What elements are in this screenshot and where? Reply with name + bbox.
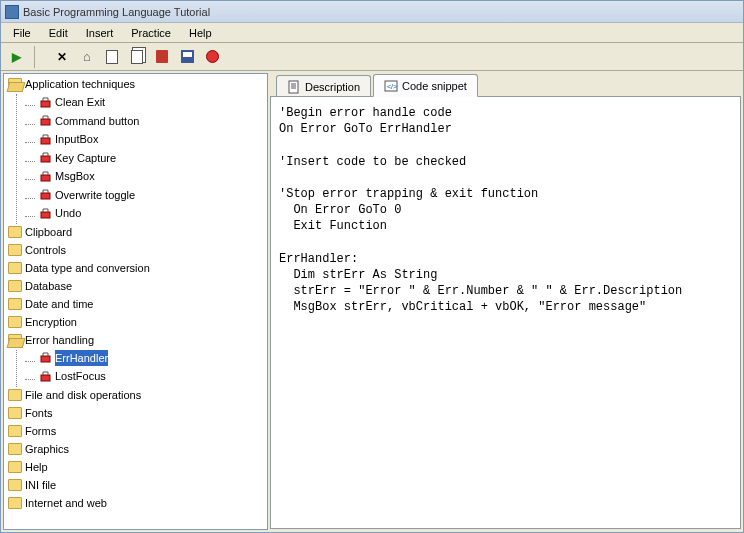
leaf-icon [39,188,52,201]
folder-icon [8,497,22,509]
tree-item-errhandler[interactable]: ErrHandler [37,350,110,366]
tree-item-inputbox[interactable]: InputBox [37,131,100,147]
code-icon: </> [384,79,398,93]
window-titlebar: Basic Programming Language Tutorial [1,1,743,23]
svg-rect-6 [41,212,50,218]
tab-description[interactable]: Description [276,75,371,97]
tree-folder-data-type[interactable]: Data type and conversion [6,260,152,276]
tree-selected-label: ErrHandler [55,350,108,366]
tree-item-overwrite-toggle[interactable]: Overwrite toggle [37,187,137,203]
tree-folder-ini-file[interactable]: INI file [6,477,58,493]
folder-icon [8,443,22,455]
svg-rect-3 [41,156,50,162]
stop-button[interactable] [201,46,223,68]
content-panel: Description </> Code snippet 'Begin erro… [270,73,741,530]
menu-practice[interactable]: Practice [123,25,179,41]
tab-strip: Description </> Code snippet [270,73,741,97]
menu-insert[interactable]: Insert [78,25,122,41]
svg-rect-1 [41,119,50,125]
folder-open-icon [8,78,22,90]
leaf-icon [39,133,52,146]
svg-rect-5 [41,193,50,199]
folder-icon [8,316,22,328]
tree-folder-clipboard[interactable]: Clipboard [6,224,74,240]
folder-icon [8,280,22,292]
tree-folder-database[interactable]: Database [6,278,74,294]
tree-folder-fonts[interactable]: Fonts [6,405,55,421]
new-doc-button[interactable] [101,46,123,68]
folder-icon [8,262,22,274]
run-button[interactable]: ▶ [5,46,27,68]
menu-file[interactable]: File [5,25,39,41]
tree-root[interactable]: Application techniques [6,76,137,92]
delete-button[interactable]: ✕ [51,46,73,68]
tab-code-snippet[interactable]: </> Code snippet [373,74,478,97]
tree-item-lostfocus[interactable]: LostFocus [37,368,108,384]
menu-edit[interactable]: Edit [41,25,76,41]
menu-bar: File Edit Insert Practice Help [1,23,743,43]
folder-icon [8,407,22,419]
code-viewer[interactable]: 'Begin error handle code On Error GoTo E… [270,96,741,529]
window-title: Basic Programming Language Tutorial [23,6,210,18]
folder-icon [8,461,22,473]
toolbar-separator [34,46,44,68]
tree-root-label: Application techniques [25,76,135,92]
tree-item-command-button[interactable]: Command button [37,113,141,129]
svg-rect-4 [41,175,50,181]
svg-text:</>: </> [387,83,397,90]
leaf-icon [39,114,52,127]
svg-rect-8 [41,375,50,381]
folder-icon [8,479,22,491]
leaf-icon [39,351,52,364]
folder-open-icon [8,334,22,346]
tree-folder-graphics[interactable]: Graphics [6,441,71,457]
main-area: Application techniques Clean Exit Comman… [1,71,743,532]
tree-folder-help[interactable]: Help [6,459,50,475]
app-icon [5,5,19,19]
folder-icon [8,226,22,238]
toolbar: ▶ ✕ ⌂ [1,43,743,71]
home-button[interactable]: ⌂ [76,46,98,68]
leaf-icon [39,207,52,220]
menu-help[interactable]: Help [181,25,220,41]
svg-rect-2 [41,138,50,144]
tree-folder-encryption[interactable]: Encryption [6,314,79,330]
tree-panel[interactable]: Application techniques Clean Exit Comman… [3,73,268,530]
svg-rect-0 [41,101,50,107]
book-button[interactable] [151,46,173,68]
leaf-icon [39,370,52,383]
tree-item-undo[interactable]: Undo [37,205,83,221]
tree-folder-forms[interactable]: Forms [6,423,58,439]
tab-description-label: Description [305,81,360,93]
leaf-icon [39,151,52,164]
leaf-icon [39,96,52,109]
tree-folder-controls[interactable]: Controls [6,242,68,258]
tree-folder-error-handling[interactable]: Error handling [6,332,96,348]
tree-item-msgbox[interactable]: MsgBox [37,168,97,184]
document-icon [287,80,301,94]
tree-folder-date-time[interactable]: Date and time [6,296,95,312]
tree-item-clean-exit[interactable]: Clean Exit [37,94,107,110]
svg-rect-7 [41,356,50,362]
folder-icon [8,425,22,437]
svg-rect-9 [289,81,298,93]
tree-folder-internet-web[interactable]: Internet and web [6,495,109,511]
copy-button[interactable] [126,46,148,68]
folder-icon [8,298,22,310]
leaf-icon [39,170,52,183]
folder-icon [8,244,22,256]
tree-folder-file-disk[interactable]: File and disk operations [6,387,143,403]
tree-item-key-capture[interactable]: Key Capture [37,150,118,166]
tab-code-label: Code snippet [402,80,467,92]
save-button[interactable] [176,46,198,68]
folder-icon [8,389,22,401]
